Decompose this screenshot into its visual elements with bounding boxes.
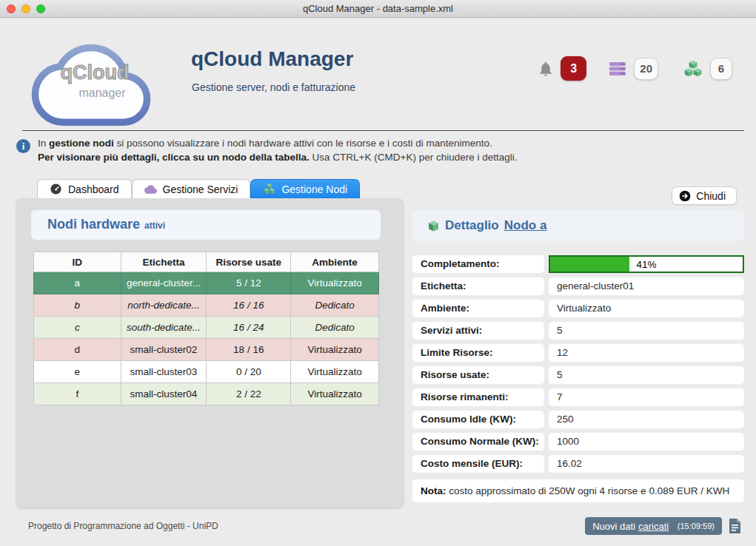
tab-bar: Dashboard Gestione Servizi Gestione Nodi — [37, 179, 360, 198]
detail-label: Consumo Normale (KW): — [412, 433, 544, 451]
detail-row-completamento: Completamento: 41% — [412, 255, 744, 273]
cell-env: Virtualizzato — [291, 383, 379, 405]
note-text: costo approssimato di 250W ogni 4 risors… — [446, 485, 730, 496]
server-rack-icon[interactable] — [608, 60, 627, 78]
arrow-right-circle-icon — [679, 190, 691, 202]
tab-gestione-nodi[interactable]: Gestione Nodi — [250, 179, 360, 198]
detail-value: general-cluster01 — [549, 277, 744, 295]
detail-label: Ambiente: — [412, 300, 544, 317]
status-text: Nuovi dati — [592, 521, 635, 532]
footer-credits: Progetto di Programmazione ad Oggetti - … — [28, 521, 218, 531]
detail-row-limite-risorse: Limite Risorse: 12 — [412, 344, 744, 362]
table-row-node-d[interactable]: d small-cluster02 18 / 16 Virtualizzato — [34, 339, 379, 361]
detail-label: Costo mensile (EUR): — [412, 455, 544, 473]
cell-resources: 16 / 16 — [207, 294, 291, 317]
table-row-node-a[interactable]: a general-cluster... 5 / 12 Virtualizzat… — [34, 272, 379, 294]
detail-title-node-link[interactable]: Nodo a — [504, 218, 547, 233]
minimize-window-button[interactable] — [21, 4, 30, 13]
status-timestamp: (15:09:59) — [678, 522, 715, 530]
qcloud-logo: qCloud manager — [28, 41, 154, 116]
cloud-icon — [144, 183, 157, 195]
close-window-button[interactable] — [7, 4, 16, 13]
table-header-row: ID Etichetta Risorse usate Ambiente — [34, 252, 379, 272]
bell-icon[interactable] — [538, 60, 554, 78]
zoom-window-button[interactable] — [36, 4, 45, 13]
tab-dashboard[interactable]: Dashboard — [37, 179, 132, 198]
header-divider — [22, 130, 744, 131]
detail-value: 12 — [549, 344, 744, 362]
info-line1-a: In — [38, 138, 49, 149]
node-detail-panel: Dettaglio Nodo a Completamento: 41% Etic… — [412, 210, 744, 502]
notifications-count-badge[interactable]: 3 — [561, 56, 586, 81]
cloud-logo-icon — [28, 41, 154, 129]
nodes-panel-title-main: Nodi hardware — [47, 217, 140, 232]
detail-row-risorse-rimanenti: Risorse rimanenti: 7 — [412, 388, 744, 406]
logo-wordmark: qCloud — [50, 61, 139, 84]
cell-env: Virtualizzato — [291, 361, 379, 383]
table-row-node-c[interactable]: c south-dedicate... 16 / 24 Dedicato — [34, 317, 379, 339]
detail-value: 5 — [549, 322, 744, 340]
document-icon[interactable] — [728, 518, 742, 534]
close-detail-button[interactable]: Chiudi — [672, 186, 737, 205]
cell-label: north-dedicate... — [121, 294, 207, 317]
status-text-underlined: caricati — [638, 521, 669, 532]
detail-value: 16.02 — [549, 455, 744, 473]
window-title: qCloud Manager - data-sample.xml — [0, 3, 756, 14]
detail-row-etichetta: Etichetta: general-cluster01 — [412, 277, 744, 295]
col-header-id: ID — [34, 252, 121, 272]
detail-row-costo-mensile: Costo mensile (EUR): 16.02 — [412, 455, 744, 473]
nodes-panel-title-suffix: attivi — [144, 220, 165, 231]
detail-label: Consumo Idle (KW): — [412, 411, 544, 428]
logo-subword: manager — [61, 87, 143, 100]
app-header: qCloud manager qCloud Manager Gestione s… — [0, 18, 756, 129]
cell-resources: 2 / 22 — [207, 383, 291, 405]
cell-env: Virtualizzato — [291, 272, 379, 294]
nodes-table: ID Etichetta Risorse usate Ambiente a ge… — [33, 252, 379, 405]
cell-label: small-cluster03 — [121, 361, 207, 383]
app-window: qCloud Manager - data-sample.xml qCloud … — [0, 0, 756, 546]
servers-count-badge[interactable]: 20 — [634, 58, 658, 80]
info-banner: i In gestione nodi si possono visualizza… — [16, 136, 744, 164]
detail-row-risorse-usate: Risorse usate: 5 — [412, 366, 744, 384]
nodes-panel-title: Nodi hardware attivi — [31, 210, 381, 240]
progress-value: 41% — [550, 257, 743, 272]
tab-gestione-servizi[interactable]: Gestione Servizi — [132, 179, 251, 198]
detail-value: 5 — [549, 366, 744, 384]
table-row-node-e[interactable]: e small-cluster03 0 / 20 Virtualizzato — [34, 361, 379, 383]
cell-id: c — [34, 317, 121, 339]
col-header-risorse: Risorse usate — [207, 252, 291, 272]
info-line1-c: si possono visualizzare i nodi hardware … — [114, 138, 492, 149]
detail-row-servizi-attivi: Servizi attivi: 5 — [412, 322, 744, 340]
cube-icon — [427, 220, 440, 232]
cell-id: b — [34, 294, 121, 317]
detail-label: Risorse rimanenti: — [412, 388, 544, 406]
table-row-node-b[interactable]: b north-dedicate... 16 / 16 Dedicato — [34, 294, 379, 317]
detail-value: Virtualizzato — [549, 300, 744, 317]
detail-note: Nota: costo approssimato di 250W ogni 4 … — [412, 479, 744, 502]
detail-title-prefix: Dettaglio — [445, 218, 499, 233]
info-line2-bold: Per visionare più dettagli, clicca su un… — [38, 152, 310, 163]
data-loaded-status-button[interactable]: Nuovi dati caricati (15:09:59) — [585, 517, 722, 535]
table-row-node-f[interactable]: f small-cluster04 2 / 22 Virtualizzato — [34, 383, 379, 405]
col-header-ambiente: Ambiente — [291, 252, 379, 272]
cell-label: general-cluster... — [121, 272, 207, 294]
cell-env: Dedicato — [291, 294, 379, 317]
detail-value: 250 — [549, 411, 744, 428]
page-subtitle: Gestione server, nodi e fatturazione — [192, 81, 355, 93]
cell-id: f — [34, 383, 121, 405]
cell-env: Dedicato — [291, 317, 379, 339]
nodes-count-badge[interactable]: 6 — [710, 58, 732, 80]
info-line1-bold: gestione nodi — [49, 138, 114, 149]
cell-resources: 5 / 12 — [207, 272, 291, 294]
cell-id: e — [34, 361, 121, 383]
note-label: Nota: — [421, 485, 446, 496]
cell-id: a — [34, 272, 121, 294]
detail-value: 7 — [549, 388, 744, 406]
info-icon: i — [16, 139, 30, 153]
tab-dashboard-label: Dashboard — [68, 183, 119, 195]
cubes-icon — [263, 183, 275, 195]
cubes-icon[interactable] — [683, 59, 703, 78]
cell-id: d — [34, 339, 121, 361]
cell-resources: 16 / 24 — [207, 317, 291, 339]
detail-value: 1000 — [549, 433, 744, 451]
